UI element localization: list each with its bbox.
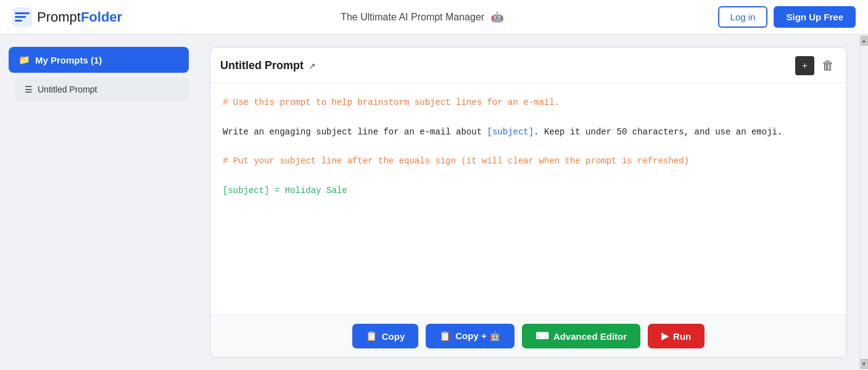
prompt-line-2: Write an engaging subject line for an e-… <box>223 125 834 140</box>
folder-label: My Prompts (1) <box>35 55 102 65</box>
header-tagline: The Ultimate AI Prompt Manager 🤖 <box>337 11 503 23</box>
copy-plus-icon: 📋 <box>439 331 451 342</box>
sidebar-item-untitled-prompt[interactable]: ☰ Untitled Prompt <box>15 78 189 101</box>
svg-rect-2 <box>15 16 26 18</box>
logo-icon <box>12 7 32 27</box>
signup-button[interactable]: Sign Up Free <box>774 6 856 28</box>
scrollbar-up[interactable]: ▲ <box>861 36 868 46</box>
prompt-card: Untitled Prompt ↗ ＋ 🗑 # Use this prompt … <box>210 47 847 358</box>
svg-rect-1 <box>15 12 30 14</box>
variable-subject: [subject] <box>487 127 534 137</box>
sidebar-prompt-label: Untitled Prompt <box>38 84 97 94</box>
prompt-header-actions: ＋ 🗑 <box>795 56 837 75</box>
prompt-line-1: # Use this prompt to help brainstorm sub… <box>223 96 834 110</box>
my-prompts-folder-button[interactable]: 📁 My Prompts (1) <box>9 47 189 73</box>
prompt-footer: 📋 Copy 📋 Copy + 🤖 ⌨ Advanced Editor ▶ Ru… <box>210 314 846 357</box>
run-icon: ▶ <box>661 331 669 342</box>
copy-plus-button[interactable]: 📋 Copy + 🤖 <box>426 324 515 348</box>
advanced-label: Advanced Editor <box>553 331 627 342</box>
copy-plus-label: Copy + 🤖 <box>455 331 501 342</box>
scrollbar-down[interactable]: ▼ <box>861 359 868 369</box>
tagline-emoji: 🤖 <box>491 12 503 22</box>
add-prompt-button[interactable]: ＋ <box>795 56 814 75</box>
prompt-doc-icon: ☰ <box>25 84 33 94</box>
svg-rect-3 <box>15 20 22 22</box>
prompt-card-header: Untitled Prompt ↗ ＋ 🗑 <box>210 47 846 83</box>
tagline-text: The Ultimate AI Prompt Manager <box>341 12 484 22</box>
prompt-title: Untitled Prompt <box>220 59 304 72</box>
sidebar: 📁 My Prompts (1) ☰ Untitled Prompt <box>0 35 197 370</box>
delete-prompt-button[interactable]: 🗑 <box>819 56 837 75</box>
copy-icon: 📋 <box>366 331 378 342</box>
copy-label: Copy <box>382 331 405 342</box>
prompt-title-row: Untitled Prompt ↗ <box>220 59 316 72</box>
folder-icon: 📁 <box>19 54 30 65</box>
prompt-body: # Use this prompt to help brainstorm sub… <box>210 83 846 314</box>
logo-label: PromptFolder <box>37 9 122 25</box>
run-label: Run <box>673 331 691 342</box>
app-header: PromptFolder The Ultimate AI Prompt Mana… <box>0 0 868 35</box>
logo[interactable]: PromptFolder <box>12 7 122 27</box>
header-actions: Log in Sign Up Free <box>718 6 856 28</box>
main-layout: 📁 My Prompts (1) ☰ Untitled Prompt Untit… <box>0 35 868 370</box>
login-button[interactable]: Log in <box>718 6 768 28</box>
advanced-icon: ⌨ <box>535 331 549 342</box>
prompt-line-4: [subject] = Holiday Sale <box>223 184 834 199</box>
content-area: Untitled Prompt ↗ ＋ 🗑 # Use this prompt … <box>197 35 859 370</box>
edit-prompt-icon[interactable]: ↗ <box>308 61 316 71</box>
advanced-editor-button[interactable]: ⌨ Advanced Editor <box>522 324 640 348</box>
copy-button[interactable]: 📋 Copy <box>352 324 419 348</box>
right-scrollbar[interactable]: ▲ ▼ <box>859 35 868 370</box>
run-button[interactable]: ▶ Run <box>648 324 705 348</box>
prompt-line-3: # Put your subject line after the equals… <box>223 154 834 169</box>
